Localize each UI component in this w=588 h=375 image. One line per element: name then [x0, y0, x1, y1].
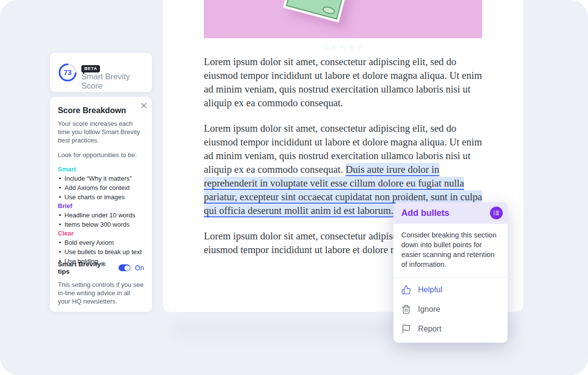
close-icon[interactable]: [139, 101, 148, 110]
section-title-brief: Brief: [58, 202, 144, 210]
popup-menu: Helpful Ignore Report: [393, 278, 508, 343]
score-breakdown-panel: Score Breakdown Your score increases eac…: [50, 97, 152, 312]
tips-label: Smart Brevity® tips: [58, 260, 119, 275]
list-item-label: Bold every Axiom: [65, 238, 114, 247]
helpful-button[interactable]: Helpful: [393, 280, 508, 300]
dollar-bill-illustration: [283, 0, 347, 23]
helpful-label: Helpful: [418, 285, 442, 294]
score-value: 73: [58, 63, 77, 82]
list-item-label: Include “Why it matters”: [65, 174, 132, 183]
list-item: Bold every Axiom: [58, 238, 144, 247]
panel-intro: Your score increases each time you follo…: [58, 119, 144, 144]
image-caption-placeholder: [163, 38, 523, 55]
paragraph[interactable]: Lorem ipsum dolor sit amet, consectetur …: [204, 55, 482, 110]
list-item: Add Axioms for context: [58, 184, 144, 192]
score-progress-ring: 73: [58, 63, 77, 82]
list-item-label: Headline under 10 words: [65, 211, 136, 219]
list-item-label: Use charts or images: [65, 193, 125, 201]
smart-brevity-score-card: 73 BETA Smart Brevity Score: [50, 53, 152, 92]
add-bullets-popup: Add bullets Consider breaking this secti…: [393, 202, 508, 343]
tips-toggle[interactable]: [119, 264, 130, 271]
popup-title: Add bullets: [401, 208, 449, 218]
ignore-label: Ignore: [418, 305, 440, 314]
thumbs-up-icon: [401, 285, 411, 295]
bill-seal: [322, 5, 336, 15]
app-canvas: Lorem ipsum dolor sit amet, consectetur …: [0, 0, 588, 375]
list-item: Include “Why it matters”: [58, 174, 144, 183]
list-item: Use charts or images: [58, 193, 144, 201]
flag-icon: [401, 324, 411, 334]
report-button[interactable]: Report: [393, 319, 508, 339]
panel-look-label: Look for opportunities to be:: [58, 151, 144, 159]
list-item: Items below 300 words: [58, 220, 144, 229]
dollar-bill-face: [286, 0, 344, 20]
report-label: Report: [418, 325, 441, 333]
list-item-label: Add Axioms for context: [65, 184, 130, 192]
ignore-button[interactable]: Ignore: [393, 300, 508, 319]
tips-footer: Smart Brevity® tips On This setting cont…: [58, 255, 144, 305]
paragraph-text: Lorem ipsum dolor sit amet, consectetur …: [204, 123, 482, 175]
section-title-smart: Smart: [58, 165, 144, 173]
hero-image[interactable]: [204, 0, 482, 38]
panel-title: Score Breakdown: [58, 106, 144, 115]
tips-description: This setting controls if you see in-line…: [58, 281, 144, 305]
beta-badge: BETA: [81, 65, 100, 72]
tips-row: Smart Brevity® tips On: [58, 260, 144, 275]
trash-icon: [401, 305, 411, 314]
popup-header: Add bullets: [393, 202, 508, 224]
list-item: Headline under 10 words: [58, 211, 144, 219]
score-card-label: Smart Brevity Score: [81, 72, 152, 91]
tips-toggle-state: On: [135, 264, 144, 272]
list-item-label: Items below 300 words: [65, 220, 130, 229]
bullet-list-icon[interactable]: [490, 207, 503, 219]
popup-suggestion-text: Consider breaking this section down into…: [393, 224, 508, 278]
section-title-clear: Clear: [58, 230, 144, 237]
